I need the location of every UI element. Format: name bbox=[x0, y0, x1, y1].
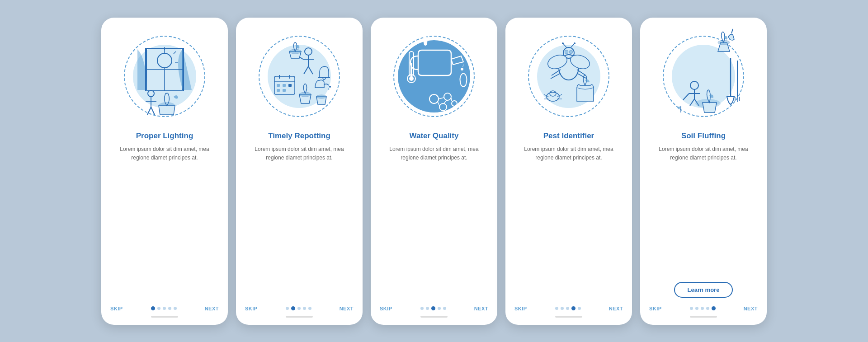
svg-point-5 bbox=[157, 53, 172, 68]
screens-container: Proper Lighting Lorem ipsum dolor sit di… bbox=[92, 9, 776, 334]
skip-button[interactable]: SKIP bbox=[245, 306, 258, 311]
screen-title: Soil Fluffing bbox=[681, 131, 726, 141]
dot-2 bbox=[297, 307, 301, 310]
illustration-timely-repotting bbox=[250, 27, 349, 126]
screen-nav: SKIP NEXT bbox=[108, 301, 221, 311]
screen-pest-identifier: Pest Identifier Lorem ipsum dolor sit di… bbox=[505, 18, 632, 325]
svg-line-13 bbox=[151, 107, 155, 115]
svg-point-41 bbox=[429, 94, 439, 103]
svg-point-44 bbox=[452, 101, 457, 106]
dot-4 bbox=[443, 307, 446, 310]
svg-point-33 bbox=[316, 95, 326, 98]
svg-line-46 bbox=[438, 102, 439, 106]
skip-button[interactable]: SKIP bbox=[514, 306, 527, 311]
next-button[interactable]: NEXT bbox=[474, 306, 488, 311]
screen-title: Water Quality bbox=[410, 131, 459, 141]
dot-3 bbox=[706, 307, 709, 310]
svg-line-18 bbox=[304, 66, 308, 74]
svg-point-43 bbox=[439, 103, 447, 111]
skip-button[interactable]: SKIP bbox=[380, 306, 392, 311]
next-button[interactable]: NEXT bbox=[340, 306, 354, 311]
svg-rect-30 bbox=[283, 89, 286, 92]
svg-point-15 bbox=[305, 48, 312, 55]
svg-rect-26 bbox=[277, 84, 280, 87]
svg-point-42 bbox=[444, 93, 451, 100]
svg-point-64 bbox=[550, 91, 556, 96]
bottom-handle bbox=[151, 316, 178, 318]
screen-timely-repotting: Timely Repotting Lorem ipsum dolor sit d… bbox=[236, 18, 363, 325]
dots bbox=[690, 306, 716, 310]
bottom-handle bbox=[555, 316, 582, 318]
skip-button[interactable]: SKIP bbox=[110, 306, 123, 311]
screen-proper-lighting: Proper Lighting Lorem ipsum dolor sit di… bbox=[101, 18, 228, 325]
dot-4 bbox=[712, 306, 716, 310]
screen-nav: SKIP NEXT bbox=[647, 301, 760, 311]
screen-title: Timely Repotting bbox=[268, 131, 330, 141]
next-button[interactable]: NEXT bbox=[609, 306, 623, 311]
dots bbox=[286, 306, 311, 310]
dot-1 bbox=[291, 306, 295, 310]
svg-line-48 bbox=[451, 98, 452, 101]
svg-line-12 bbox=[147, 107, 151, 115]
dots bbox=[420, 306, 446, 310]
dots bbox=[555, 306, 581, 310]
dot-0 bbox=[555, 307, 558, 310]
dot-0 bbox=[420, 307, 424, 310]
next-button[interactable]: NEXT bbox=[205, 306, 219, 311]
dot-1 bbox=[157, 307, 160, 310]
learn-more-button[interactable]: Learn more bbox=[674, 282, 733, 298]
svg-point-52 bbox=[569, 50, 573, 54]
svg-line-45 bbox=[439, 98, 444, 99]
screen-description: Lorem ipsum dolor sit dim amet, mea regi… bbox=[243, 145, 355, 301]
svg-rect-39 bbox=[410, 63, 412, 76]
illustration-soil-fluffing bbox=[654, 27, 753, 126]
screen-description: Lorem ipsum dolor sit dim amet, mea regi… bbox=[513, 145, 625, 301]
dot-1 bbox=[695, 307, 698, 310]
svg-point-55 bbox=[562, 42, 564, 44]
screen-nav: SKIP NEXT bbox=[378, 301, 490, 311]
svg-line-67 bbox=[557, 94, 562, 97]
soil-svg bbox=[654, 27, 753, 126]
screen-nav: SKIP NEXT bbox=[243, 301, 355, 311]
svg-line-53 bbox=[563, 44, 567, 48]
svg-line-79 bbox=[690, 99, 694, 106]
svg-line-7 bbox=[174, 52, 176, 54]
illustration-water-quality bbox=[384, 27, 484, 126]
svg-line-62 bbox=[577, 73, 587, 79]
illustration-pest-identifier bbox=[519, 27, 618, 126]
dot-3 bbox=[571, 306, 576, 310]
screen-description: Lorem ipsum dolor sit dim amet, mea regi… bbox=[378, 145, 490, 301]
svg-line-81 bbox=[683, 94, 689, 100]
dot-2 bbox=[163, 307, 166, 310]
screen-water-quality: Water Quality Lorem ipsum dolor sit dim … bbox=[371, 18, 497, 325]
svg-point-34 bbox=[329, 86, 331, 88]
next-button[interactable]: NEXT bbox=[744, 306, 758, 311]
bottom-handle bbox=[420, 316, 448, 318]
dot-0 bbox=[690, 307, 693, 310]
dot-2 bbox=[566, 307, 569, 310]
svg-rect-29 bbox=[277, 89, 280, 92]
dot-0 bbox=[151, 306, 155, 310]
dot-0 bbox=[286, 307, 289, 310]
dot-3 bbox=[303, 307, 306, 310]
dot-3 bbox=[438, 307, 441, 310]
svg-point-35 bbox=[328, 88, 330, 89]
dot-4 bbox=[578, 307, 581, 310]
screen-description: Lorem ipsum dolor sit dim amet, mea regi… bbox=[108, 145, 221, 301]
svg-rect-28 bbox=[288, 84, 292, 87]
svg-point-40 bbox=[409, 76, 414, 81]
svg-line-54 bbox=[571, 44, 574, 48]
dot-4 bbox=[308, 307, 311, 310]
dot-4 bbox=[174, 307, 177, 310]
svg-line-47 bbox=[444, 100, 447, 103]
dot-2 bbox=[701, 307, 704, 310]
svg-rect-27 bbox=[283, 84, 286, 87]
svg-line-70 bbox=[731, 29, 733, 33]
svg-line-65 bbox=[544, 94, 548, 97]
screen-soil-fluffing: Soil Fluffing Lorem ipsum dolor sit dim … bbox=[640, 18, 767, 325]
dots bbox=[151, 306, 177, 310]
dot-1 bbox=[426, 307, 429, 310]
skip-button[interactable]: SKIP bbox=[649, 306, 662, 311]
bottom-handle bbox=[690, 316, 717, 318]
lighting-svg bbox=[115, 27, 214, 126]
